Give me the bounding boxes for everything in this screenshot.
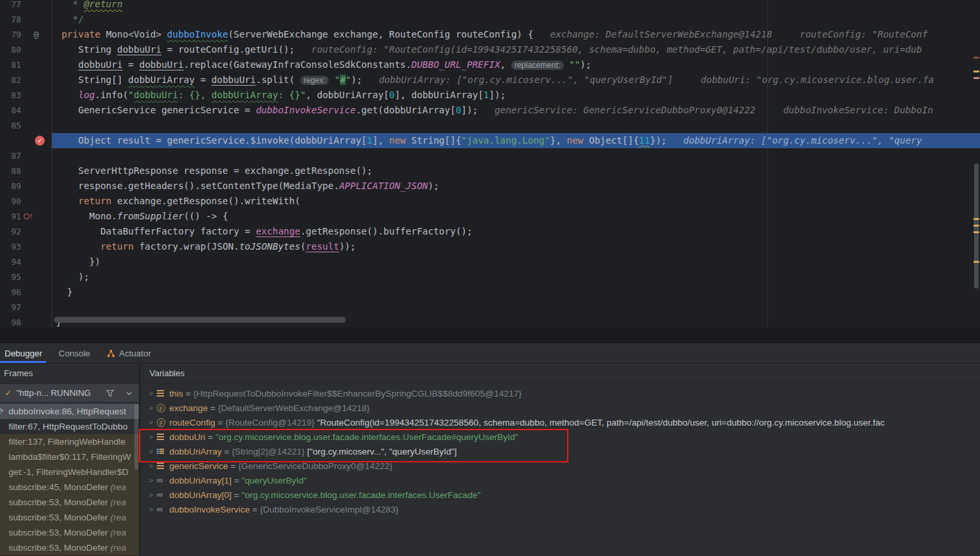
- gutter-line-88[interactable]: 88: [0, 163, 51, 179]
- code-line-85[interactable]: [51, 118, 980, 133]
- code-line-90[interactable]: return exchange.getResponse().writeWith(: [51, 194, 980, 209]
- gutter-line-97[interactable]: 97: [0, 300, 51, 315]
- stripe-mark[interactable]: [973, 57, 979, 59]
- code-line-82[interactable]: String[] dobbUriArray = dobbuUri.split( …: [51, 72, 980, 88]
- frame-row[interactable]: filter:67, HttpRequestToDubbo: [0, 419, 139, 434]
- frame-row[interactable]: lambda$filter$0:117, FilteringW: [0, 449, 139, 464]
- error-stripe[interactable]: [973, 0, 980, 327]
- expand-chevron-icon[interactable]: >: [149, 418, 157, 426]
- variable-row[interactable]: >this = {HttpRequestToDubboInvokeFilter$…: [140, 386, 980, 401]
- code-line-97[interactable]: [51, 300, 980, 315]
- expand-chevron-icon[interactable]: >: [149, 462, 157, 470]
- code-line-93[interactable]: return factory.wrap(JSON.toJSONBytes(res…: [51, 239, 980, 254]
- editor-code-area[interactable]: * @return */ private Mono<Void> dubboInv…: [51, 0, 980, 327]
- stripe-mark[interactable]: [973, 261, 979, 263]
- code-line-95[interactable]: );: [51, 269, 980, 285]
- code-line-86[interactable]: Object result = genericService.$invoke(d…: [51, 133, 980, 148]
- gutter-line-84[interactable]: 84: [0, 103, 51, 118]
- expand-chevron-icon[interactable]: >: [149, 476, 157, 484]
- expand-chevron-icon[interactable]: >: [149, 505, 157, 513]
- variable-value: "org.cy.micoservice.blog.user.facade.int…: [242, 490, 481, 500]
- code-line-81[interactable]: dobbuUri = dobbuUri.replace(GatewayInfra…: [51, 57, 980, 72]
- code-line-79[interactable]: private Mono<Void> dubboInvoke(ServerWeb…: [51, 27, 980, 42]
- frame-row[interactable]: subscribe:53, MonoDefer (rea: [0, 525, 139, 540]
- gutter-line-86[interactable]: ✓: [0, 133, 51, 148]
- gutter-line-85[interactable]: 85: [0, 118, 51, 133]
- stripe-mark[interactable]: [973, 225, 979, 227]
- gutter-line-80[interactable]: 80: [0, 42, 51, 57]
- stripe-mark[interactable]: [973, 218, 979, 220]
- code-line-94[interactable]: }): [51, 254, 980, 269]
- variable-name: genericService: [169, 461, 228, 471]
- frame-row[interactable]: subscribe:53, MonoDefer (rea: [0, 540, 139, 555]
- gutter-line-94[interactable]: 94: [0, 254, 51, 269]
- code-line-91[interactable]: Mono.fromSupplier(() -> {: [51, 209, 980, 224]
- gutter-line-96[interactable]: 96: [0, 285, 51, 300]
- code-line-78[interactable]: */: [51, 12, 980, 27]
- gutter-line-92[interactable]: 92: [0, 224, 51, 239]
- gutter-line-90[interactable]: 90: [0, 194, 51, 209]
- frame-row[interactable]: get:-1, FilteringWebHandler$D: [0, 464, 139, 480]
- frame-row[interactable]: filter:137, FilteringWebHandle: [0, 434, 139, 449]
- editor-toolwindow-gap: [0, 327, 980, 343]
- variable-row[interactable]: >genericService = {GenericServiceDubboPr…: [140, 459, 980, 473]
- stripe-mark[interactable]: [973, 70, 979, 72]
- tab-debugger[interactable]: Debugger: [3, 343, 43, 363]
- frame-row[interactable]: subscribe:53, MonoDefer (rea: [0, 510, 139, 525]
- variable-row[interactable]: >∞dobbUriArray[1] = "queryUserById": [140, 473, 980, 487]
- code-line-96[interactable]: }: [51, 285, 980, 300]
- expand-chevron-icon[interactable]: >: [149, 491, 157, 499]
- chevron-down-icon[interactable]: [125, 389, 133, 397]
- gutter-line-89[interactable]: 89: [0, 179, 51, 194]
- frames-scrollbar[interactable]: [134, 404, 138, 470]
- stripe-mark[interactable]: [973, 231, 979, 233]
- gutter-line-78[interactable]: 78: [0, 12, 51, 27]
- frame-row[interactable]: subscribe:45, MonoDefer (rea: [0, 480, 139, 495]
- expand-chevron-icon[interactable]: >: [149, 447, 157, 455]
- filter-icon[interactable]: [105, 389, 115, 398]
- variable-value: "queryUserById": [242, 476, 307, 486]
- variable-row[interactable]: >∞dobbUriArray[0] = "org.cy.micoservice.…: [140, 487, 980, 502]
- gutter-line-83[interactable]: 83: [0, 88, 51, 103]
- variable-row[interactable]: >prouteConfig = {RouteConfig@14219} "Rou…: [140, 415, 980, 430]
- expand-chevron-icon[interactable]: >: [149, 433, 157, 441]
- stripe-mark[interactable]: [973, 77, 979, 79]
- frame-row[interactable]: subscribe:53, MonoDefer (rea: [0, 495, 139, 510]
- ide-window: * @return */ private Mono<Void> dubboInv…: [0, 0, 980, 556]
- gutter-line-98[interactable]: 98: [0, 315, 51, 327]
- code-line-80[interactable]: String dobbuUri = routeConfig.getUri(); …: [51, 42, 980, 57]
- gutter-line-91[interactable]: 91↑: [0, 209, 51, 224]
- breakpoint-hit-icon[interactable]: ✓: [35, 136, 45, 146]
- gutter-line-87[interactable]: 87: [0, 148, 51, 163]
- gutter-line-81[interactable]: 81: [0, 57, 51, 72]
- gutter-line-93[interactable]: 93: [0, 239, 51, 254]
- expand-chevron-icon[interactable]: >: [149, 389, 157, 397]
- code-line-84[interactable]: GenericService genericService = dubboInv…: [51, 103, 980, 118]
- code-line-87[interactable]: [51, 148, 980, 163]
- expand-chevron-icon[interactable]: >: [149, 404, 157, 412]
- code-line-92[interactable]: DataBufferFactory factory = exchange.get…: [51, 224, 980, 239]
- tab-console[interactable]: Console: [57, 343, 92, 363]
- code-editor[interactable]: * @return */ private Mono<Void> dubboInv…: [0, 0, 980, 327]
- thread-selector[interactable]: ✓ "http-n... RUNNING: [0, 384, 139, 402]
- variable-row[interactable]: >dobbuUri = "org.cy.micoservice.blog.use…: [140, 430, 980, 444]
- lambda-breakpoint-icon[interactable]: ↑: [24, 209, 33, 224]
- panel-divider[interactable]: [139, 363, 140, 556]
- variable-row[interactable]: >dobbUriArray = {String[2]@14221} ["org.…: [140, 444, 980, 459]
- gutter-line-82[interactable]: 82: [0, 72, 51, 88]
- annotation-at-icon[interactable]: @: [34, 27, 39, 42]
- code-line-77[interactable]: * @return: [51, 0, 980, 12]
- editor-gutter[interactable]: 777879@808182838485✓8788899091↑929394959…: [0, 0, 52, 327]
- frames-header: Frames: [4, 364, 33, 383]
- code-line-89[interactable]: response.getHeaders().setContentType(Med…: [51, 179, 980, 194]
- code-line-83[interactable]: log.info("dobbuUri: {}, dobbUriArray: {}…: [51, 88, 980, 103]
- code-line-88[interactable]: ServerHttpResponse response = exchange.g…: [51, 163, 980, 179]
- variable-row[interactable]: >∞dubboInvokeService = {DubboInvokeServi…: [140, 502, 980, 516]
- gutter-line-95[interactable]: 95: [0, 269, 51, 285]
- tab-actuator[interactable]: Actuator: [105, 343, 152, 363]
- horizontal-scrollbar[interactable]: [54, 317, 346, 323]
- variable-row[interactable]: >pexchange = {DefaultServerWebExchange@1…: [140, 401, 980, 415]
- gutter-line-79[interactable]: 79@: [0, 27, 51, 42]
- gutter-line-77[interactable]: 77: [0, 0, 51, 12]
- frame-row[interactable]: ⟳dubboInvoke:86, HttpRequest: [0, 404, 139, 419]
